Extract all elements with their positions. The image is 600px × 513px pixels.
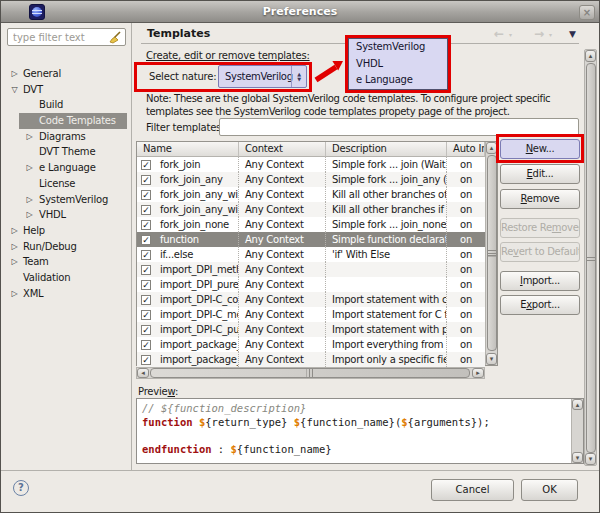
nature-option-e-language[interactable]: e Language: [349, 72, 447, 89]
template-checkbox[interactable]: ✓: [141, 265, 151, 275]
cancel-button[interactable]: Cancel: [431, 479, 514, 501]
expander-icon[interactable]: ▽: [9, 82, 20, 98]
sidebar-item-vhdl[interactable]: ▷VHDL: [1, 207, 130, 223]
column-header-description[interactable]: Description: [326, 142, 447, 157]
template-row-import-dpi-metho[interactable]: ✓import_DPI_methoAny Contexton: [137, 262, 485, 277]
scroll-up-icon[interactable]: ▴: [486, 142, 497, 154]
template-row-import-dpi-c-met[interactable]: ✓import_DPI-C_metAny ContextImport state…: [137, 307, 485, 322]
sidebar-item-diagrams[interactable]: ▷Diagrams: [1, 129, 130, 145]
expander-icon[interactable]: ▷: [9, 66, 20, 82]
template-checkbox[interactable]: ✓: [141, 295, 151, 305]
edit-button[interactable]: Edit...: [500, 164, 580, 184]
import-button[interactable]: Import...: [500, 271, 580, 291]
template-checkbox[interactable]: ✓: [141, 190, 151, 200]
sidebar-item-xml[interactable]: ▷XML: [1, 286, 130, 302]
preview-box[interactable]: // ${function_description}function ${ret…: [136, 398, 584, 464]
expander-icon[interactable]: ▷: [24, 207, 35, 223]
template-checkbox[interactable]: ✓: [141, 325, 151, 335]
combo-stepper-icon[interactable]: ▲ ▼: [291, 66, 306, 87]
sidebar-item-dvt-theme[interactable]: DVT Theme: [1, 144, 130, 160]
cell-ctx: Any Context: [239, 172, 326, 187]
column-header-name[interactable]: Name: [137, 142, 239, 157]
view-menu-icon[interactable]: ▼: [569, 29, 576, 39]
expander-icon[interactable]: ▷: [9, 223, 20, 239]
new-button[interactable]: New...: [500, 139, 580, 159]
scroll-left-icon[interactable]: ◂: [137, 368, 149, 378]
ok-button[interactable]: OK: [521, 479, 578, 501]
template-checkbox[interactable]: ✓: [141, 355, 151, 365]
nature-combobox[interactable]: SystemVerilog ▲ ▼: [218, 65, 307, 88]
template-row-import-package-a[interactable]: ✓import_package_aAny ContextImport every…: [137, 337, 485, 352]
back-caret-icon[interactable]: ▾: [509, 31, 512, 38]
expander-icon[interactable]: ▷: [24, 192, 35, 208]
sidebar-filter-box[interactable]: [7, 28, 126, 46]
expander-icon[interactable]: ▷: [9, 286, 20, 302]
template-row-fork-join[interactable]: ✓fork_joinAny ContextSimple fork ... joi…: [137, 157, 485, 172]
expander-icon[interactable]: ▷: [24, 129, 35, 145]
template-checkbox[interactable]: ✓: [141, 310, 151, 320]
template-checkbox[interactable]: ✓: [141, 250, 151, 260]
expander-icon[interactable]: ▷: [9, 239, 20, 255]
table-horizontal-scrollbar[interactable]: ◂ ▸: [136, 367, 485, 379]
table-scroll-thumb[interactable]: [487, 155, 497, 351]
template-row-import-dpi-pure[interactable]: ✓import_DPI_pure_Any Contexton: [137, 277, 485, 292]
scroll-up-icon[interactable]: ▴: [572, 399, 583, 410]
column-header-auto-insert[interactable]: Auto Insert: [447, 142, 485, 157]
template-row-import-dpi-c-cont[interactable]: ✓import_DPI-C_contAny ContextImport stat…: [137, 292, 485, 307]
export-button[interactable]: Export...: [500, 295, 580, 315]
expander-icon[interactable]: ▷: [24, 160, 35, 176]
cell-desc: Import only a specific field: [326, 352, 447, 367]
template-checkbox[interactable]: ✓: [141, 160, 151, 170]
sidebar-item-dvt[interactable]: ▽DVT: [1, 82, 130, 98]
sidebar-item-e-language[interactable]: ▷e Language: [1, 160, 130, 176]
forward-caret-icon[interactable]: ▾: [549, 31, 552, 38]
close-icon[interactable]: ×: [579, 5, 595, 20]
nature-option-systemverilog[interactable]: SystemVerilog: [349, 39, 447, 56]
remove-button[interactable]: Remove: [500, 189, 580, 209]
expander-icon[interactable]: ▷: [9, 254, 20, 270]
back-arrow-icon[interactable]: ←: [494, 27, 504, 41]
template-row-fork-join-any[interactable]: ✓fork_join_anyAny ContextSimple fork ...…: [137, 172, 485, 187]
template-checkbox[interactable]: ✓: [141, 205, 151, 215]
template-row-fork-join-none[interactable]: ✓fork_join_noneAny ContextSimple fork ..…: [137, 217, 485, 232]
sidebar-item-validation[interactable]: Validation: [1, 270, 130, 286]
template-row-if-else[interactable]: ✓if...elseAny Context'if' With Elseon: [137, 247, 485, 262]
nature-option-vhdl[interactable]: VHDL: [349, 56, 447, 73]
template-row-function[interactable]: ✓functionAny ContextSimple function decl…: [137, 232, 485, 247]
scroll-up-icon[interactable]: ▴: [585, 50, 596, 62]
column-header-context[interactable]: Context: [239, 142, 326, 157]
page-vertical-scrollbar[interactable]: ▴ ▾: [584, 49, 597, 466]
table-hscroll-thumb[interactable]: [150, 368, 470, 378]
scroll-down-icon[interactable]: ▾: [572, 452, 583, 463]
scroll-down-icon[interactable]: ▾: [486, 353, 497, 365]
template-row-import-package-s[interactable]: ✓import_package_sAny ContextImport only …: [137, 352, 485, 367]
cell-ctx: Any Context: [239, 187, 326, 202]
table-vertical-scrollbar[interactable]: ▴ ▾: [485, 142, 497, 365]
sidebar-item-team[interactable]: ▷Team: [1, 254, 130, 270]
help-icon[interactable]: ?: [13, 480, 29, 496]
preview-scrollbar[interactable]: ▴ ▾: [571, 399, 583, 463]
template-checkbox[interactable]: ✓: [141, 340, 151, 350]
titlebar[interactable]: Preferences ×: [1, 1, 599, 23]
filter-templates-input[interactable]: [219, 118, 579, 136]
sidebar-item-systemverilog[interactable]: ▷SystemVerilog: [1, 192, 130, 208]
template-row-import-dpi-c-pure[interactable]: ✓import_DPI-C_pureAny ContextImport stat…: [137, 322, 485, 337]
sidebar-item-code-templates[interactable]: Code Templates: [1, 113, 130, 129]
template-checkbox[interactable]: ✓: [141, 235, 151, 245]
forward-arrow-icon[interactable]: →: [534, 27, 544, 41]
sidebar-filter-input[interactable]: [11, 30, 106, 44]
template-row-fork-join-any-with[interactable]: ✓fork_join_any_withAny ContextKill all o…: [137, 202, 485, 217]
sidebar-item-build[interactable]: Build: [1, 97, 130, 113]
template-checkbox[interactable]: ✓: [141, 280, 151, 290]
sidebar-item-help[interactable]: ▷Help: [1, 223, 130, 239]
scroll-down-icon[interactable]: ▾: [585, 453, 596, 465]
page-scroll-thumb[interactable]: [586, 63, 596, 453]
clear-filter-broom-icon[interactable]: [108, 30, 123, 45]
sidebar-item-run-debug[interactable]: ▷Run/Debug: [1, 239, 130, 255]
template-checkbox[interactable]: ✓: [141, 220, 151, 230]
template-checkbox[interactable]: ✓: [141, 175, 151, 185]
sidebar-item-general[interactable]: ▷General: [1, 66, 130, 82]
sidebar-item-license[interactable]: License: [1, 176, 130, 192]
template-row-fork-join-any-with[interactable]: ✓fork_join_any_withAny ContextKill all o…: [137, 187, 485, 202]
scroll-right-icon[interactable]: ▸: [472, 368, 484, 378]
